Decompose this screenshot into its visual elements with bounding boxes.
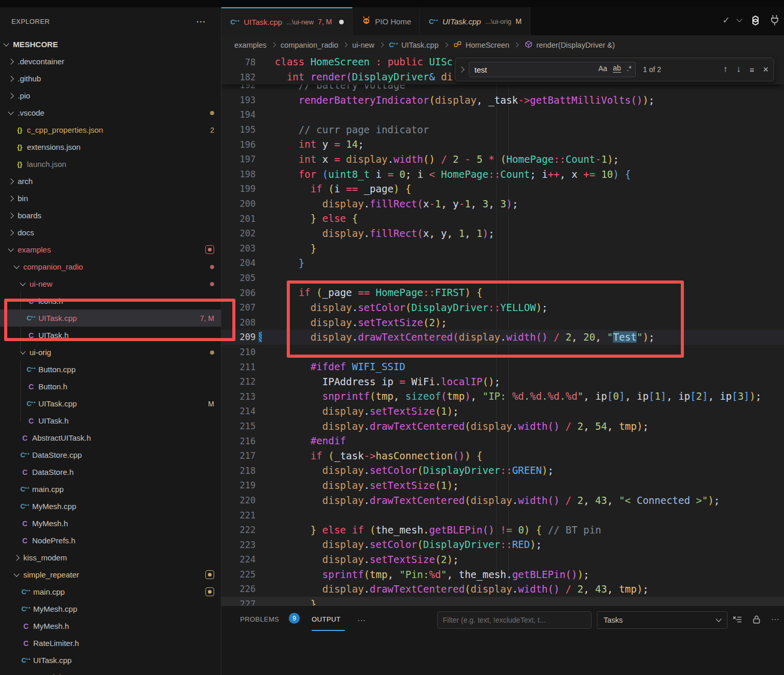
editor-tab[interactable]: PIO Home xyxy=(353,7,420,35)
code-line[interactable]: 198 for (uint8_t i = 0; i < HomePage::Co… xyxy=(221,167,784,182)
tree-item-file[interactable]: C++UITask.cpp xyxy=(0,652,221,669)
output-channel-select[interactable]: Tasks xyxy=(597,611,727,629)
find-in-selection-icon[interactable]: ≡ xyxy=(750,65,754,74)
code-line[interactable]: 214 display.setTextSize(1); xyxy=(221,404,784,419)
code-line[interactable]: 227 } xyxy=(221,597,784,606)
code-line[interactable]: 216 #endif xyxy=(221,433,784,448)
regex-icon[interactable]: .* xyxy=(627,64,632,73)
panel-more-icon[interactable]: ⋯ xyxy=(357,615,366,625)
tree-item-folder[interactable]: docs xyxy=(0,224,221,241)
clear-output-icon[interactable] xyxy=(733,615,742,624)
code-editor[interactable]: 192 // battery voltage193 renderBatteryI… xyxy=(221,54,784,606)
editor-tab[interactable]: C++UITask.cpp...\ui-origM xyxy=(420,7,530,35)
code-line[interactable]: 194 xyxy=(221,107,784,122)
chevron-down-icon[interactable] xyxy=(736,16,742,22)
code-line[interactable]: 195 // curr page indicator xyxy=(221,122,784,137)
breadcrumb-item[interactable]: HomeScreen xyxy=(453,40,510,50)
chatgpt-icon[interactable] xyxy=(749,13,762,27)
tree-item-folder[interactable]: .github xyxy=(0,70,221,87)
tree-item-folder[interactable]: .vscode xyxy=(0,104,221,121)
tree-item-file[interactable]: C++MyMesh.cpp xyxy=(0,498,221,515)
editor-tab[interactable]: C++UITask.cpp...\ui-new7, M xyxy=(221,7,353,35)
code-line[interactable]: 203 } xyxy=(221,241,784,256)
unsaved-dot-icon[interactable] xyxy=(339,20,344,24)
code-line[interactable]: 196 int y = 14; xyxy=(221,137,784,152)
find-expand-icon[interactable] xyxy=(458,66,464,72)
code-line[interactable]: 201 } else { xyxy=(221,211,784,226)
tree-item-file[interactable]: CAbstractUITask.h xyxy=(0,429,221,446)
code-line[interactable]: 218 display.setColor(DisplayDriver::GREE… xyxy=(221,463,784,478)
tree-item-folder[interactable]: MESHCORE xyxy=(0,36,221,53)
code-line[interactable]: 197 int x = display.width() / 2 - 5 * (H… xyxy=(221,152,784,167)
code-line[interactable]: 202 display.fillRect(x, y, 1, 1); xyxy=(221,226,784,241)
code-line[interactable]: 213 snprintf(tmp, sizeof(tmp), "IP: %d.%… xyxy=(221,389,784,404)
code-line[interactable]: 210 xyxy=(221,345,784,360)
tree-item-file[interactable]: CDataStore.h xyxy=(0,463,221,481)
tree-item-file[interactable]: C++main.cpp xyxy=(0,481,221,498)
code-line[interactable]: 205 xyxy=(221,271,784,286)
tree-item-file[interactable]: CRateLimiter.h xyxy=(0,635,221,652)
tab-output[interactable]: OUTPUT xyxy=(312,615,341,623)
code-line[interactable]: 211 #ifdef WIFI_SSID xyxy=(221,359,784,374)
match-case-icon[interactable]: Aa xyxy=(598,64,607,73)
tree-item-file[interactable]: C++MyMesh.cpp xyxy=(0,600,221,617)
code-line[interactable]: 208 display.setTextSize(2); xyxy=(221,315,784,330)
tree-item-folder[interactable]: companion_radio xyxy=(0,258,221,275)
tree-item-file[interactable]: {}launch.json xyxy=(0,156,221,173)
code-line[interactable]: 226 display.drawTextCentered(display.wid… xyxy=(221,582,784,597)
close-icon[interactable]: × xyxy=(763,64,768,75)
whole-word-icon[interactable]: ab xyxy=(613,64,621,73)
tree-item-file[interactable]: C++main.cpp xyxy=(0,583,221,600)
tree-item-folder[interactable]: ui-new xyxy=(0,275,221,292)
tree-item-file[interactable]: CMyMesh.h xyxy=(0,515,221,532)
code-line[interactable]: 200 display.fillRect(x-1, y-1, 3, 3); xyxy=(221,196,784,212)
code-line[interactable]: 204 } xyxy=(221,256,784,271)
tree-item-file[interactable]: CUITask.h xyxy=(0,669,221,675)
tree-item-file[interactable]: C++Button.cpp xyxy=(0,361,221,378)
code-line[interactable]: 219 display.setTextSize(1); xyxy=(221,478,784,493)
breadcrumb-item[interactable]: examples xyxy=(234,41,267,49)
breadcrumb-item[interactable]: companion_radio xyxy=(281,41,338,49)
output-filter-input[interactable] xyxy=(437,611,592,629)
next-match-icon[interactable]: ↓ xyxy=(736,64,741,75)
plug-icon[interactable] xyxy=(769,14,780,26)
run-check-icon[interactable]: ✓ xyxy=(722,15,730,26)
breadcrumb-item[interactable]: ui-new xyxy=(352,41,374,49)
tree-item-folder[interactable]: boards xyxy=(0,207,221,224)
tree-item-file[interactable]: {}extensions.json xyxy=(0,138,221,156)
code-line[interactable]: 215 display.drawTextCentered(display.wid… xyxy=(221,419,784,434)
tree-item-file[interactable]: {}c_cpp_properties.json2 xyxy=(0,121,221,138)
tree-item-folder[interactable]: .pio xyxy=(0,87,221,104)
tree-item-file[interactable]: C++UITask.cpp7, M xyxy=(0,310,221,327)
tree-item-file[interactable]: CNodePrefs.h xyxy=(0,532,221,549)
tree-item-file[interactable]: Cicons.h xyxy=(0,292,221,310)
code-line[interactable]: 207 display.setColor(DisplayDriver::YELL… xyxy=(221,300,784,315)
tree-item-folder[interactable]: examples xyxy=(0,241,221,258)
code-line[interactable]: 223 display.setColor(DisplayDriver::RED)… xyxy=(221,537,784,552)
tree-item-file[interactable]: CUITask.h xyxy=(0,412,221,429)
code-line[interactable]: 221 xyxy=(221,508,784,523)
tree-item-file[interactable]: CButton.h xyxy=(0,378,221,395)
panel-actions-more-icon[interactable]: ⋯ xyxy=(771,614,779,624)
tree-item-file[interactable]: CUITask.h xyxy=(0,327,221,344)
tree-item-folder[interactable]: simple_repeater xyxy=(0,566,221,583)
tree-item-file[interactable]: CMyMesh.h xyxy=(0,617,221,635)
code-line[interactable]: 193 renderBatteryIndicator(display, _tas… xyxy=(221,93,784,108)
code-line[interactable]: 224 display.setTextSize(2); xyxy=(221,552,784,567)
tab-problems[interactable]: PROBLEMS xyxy=(240,615,279,623)
breadcrumb-item[interactable]: C++UITask.cpp xyxy=(388,41,439,49)
tree-item-folder[interactable]: ui-orig xyxy=(0,344,221,361)
tree-item-folder[interactable]: kiss_modem xyxy=(0,549,221,566)
tree-item-folder[interactable]: arch xyxy=(0,173,221,190)
code-line[interactable]: 206 if (_page == HomePage::FIRST) { xyxy=(221,285,784,300)
code-line[interactable]: 225 sprintf(tmp, "Pin:%d", the_mesh.getB… xyxy=(221,567,784,582)
lock-icon[interactable] xyxy=(752,615,761,624)
tree-item-folder[interactable]: .devcontainer xyxy=(0,53,221,70)
breadcrumb-item[interactable]: render(DisplayDriver &) xyxy=(523,40,614,50)
tree-item-folder[interactable]: bin xyxy=(0,190,221,207)
code-line[interactable]: 220 display.drawTextCentered(display.wid… xyxy=(221,493,784,508)
explorer-more-icon[interactable]: ⋯ xyxy=(196,16,206,27)
tree-item-file[interactable]: C++UITask.cppM xyxy=(0,395,221,412)
code-line[interactable]: 212 IPAddress ip = WiFi.localIP(); xyxy=(221,374,784,389)
previous-match-icon[interactable]: ↑ xyxy=(723,64,728,75)
